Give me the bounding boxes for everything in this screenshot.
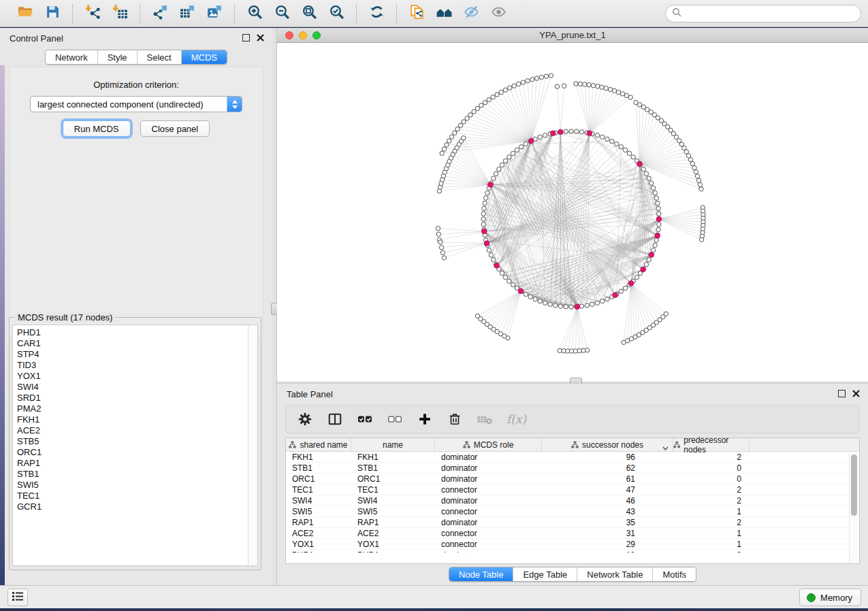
tab-network[interactable]: Network bbox=[46, 50, 97, 64]
column-header-successor-nodes[interactable]: successor nodes bbox=[542, 438, 673, 451]
table-cell: YOX1 bbox=[351, 539, 435, 549]
float-panel-icon[interactable] bbox=[838, 390, 846, 397]
mcds-result-item[interactable]: YOX1 bbox=[17, 371, 248, 382]
network-window-titlebar[interactable]: YPA_prune.txt_1 bbox=[277, 28, 868, 43]
tab-style[interactable]: Style bbox=[97, 50, 137, 64]
table-cell: 29 bbox=[542, 539, 673, 549]
table-cell bbox=[750, 528, 859, 538]
mcds-result-item[interactable]: SWI5 bbox=[17, 480, 248, 491]
export-table-button[interactable] bbox=[176, 2, 199, 25]
column-header-name[interactable]: name bbox=[351, 438, 435, 451]
select-all-button[interactable] bbox=[357, 411, 373, 427]
export-network-button[interactable] bbox=[148, 2, 172, 25]
table-row[interactable]: TEC1TEC1connector472 bbox=[286, 484, 859, 495]
table-row[interactable]: SWI5SWI5connector431 bbox=[286, 506, 859, 517]
column-header-predecessor-nodes[interactable]: predecessor nodes bbox=[673, 438, 750, 451]
table-cell: 2 bbox=[673, 517, 750, 527]
save-session-button[interactable] bbox=[41, 2, 64, 25]
mcds-result-item[interactable]: ORC1 bbox=[17, 447, 248, 458]
table-row[interactable]: RAP1RAP1dominator352 bbox=[286, 517, 859, 528]
tab-edge-table[interactable]: Edge Table bbox=[513, 567, 577, 581]
export-image-icon bbox=[206, 3, 223, 23]
mcds-result-item[interactable]: FKH1 bbox=[17, 414, 248, 425]
table-row[interactable]: ACE2ACE2connector311 bbox=[286, 528, 859, 539]
mcds-result-item[interactable]: STB1 bbox=[17, 469, 248, 480]
table-cell: TEC1 bbox=[351, 484, 435, 495]
tab-network-table[interactable]: Network Table bbox=[577, 567, 652, 581]
table-cell: connector bbox=[435, 528, 542, 538]
table-scrollbar[interactable] bbox=[849, 452, 858, 563]
import-network-button[interactable] bbox=[81, 2, 104, 25]
mcds-result-item[interactable]: PMA2 bbox=[17, 403, 248, 414]
task-history-button[interactable] bbox=[7, 589, 28, 606]
mcds-result-item[interactable]: SWI4 bbox=[17, 382, 248, 393]
show-all-button[interactable] bbox=[487, 2, 510, 25]
network-canvas[interactable] bbox=[277, 43, 868, 381]
toolbar-separator bbox=[72, 4, 73, 23]
network-graph bbox=[277, 43, 868, 381]
first-neighbors-button[interactable] bbox=[432, 2, 455, 25]
window-zoom-light[interactable] bbox=[312, 31, 321, 39]
shared-column-icon bbox=[571, 441, 579, 448]
zoom-out-button[interactable] bbox=[270, 2, 293, 25]
tab-motifs[interactable]: Motifs bbox=[652, 567, 696, 581]
hide-selected-button[interactable] bbox=[460, 2, 483, 25]
mcds-result-item[interactable]: SRD1 bbox=[17, 393, 248, 403]
table-row[interactable]: FKH1FKH1dominator962 bbox=[286, 452, 859, 463]
toolbar-separator bbox=[356, 4, 357, 23]
table-row[interactable]: ORC1ORC1dominator610 bbox=[286, 474, 859, 484]
table-row[interactable]: YOX1YOX1connector291 bbox=[286, 539, 859, 550]
table-row[interactable]: STB1STB1dominator620 bbox=[286, 463, 859, 474]
search-input[interactable] bbox=[681, 8, 854, 18]
mcds-result-item[interactable]: GCR1 bbox=[17, 501, 248, 512]
float-panel-icon[interactable] bbox=[242, 34, 250, 42]
zoom-in-button[interactable] bbox=[243, 2, 266, 25]
mcds-result-item[interactable]: RAP1 bbox=[17, 458, 248, 469]
import-table-button[interactable] bbox=[108, 2, 131, 25]
export-image-button[interactable] bbox=[203, 2, 226, 25]
table-cell: 0 bbox=[673, 550, 750, 552]
zoom-selected-button[interactable] bbox=[325, 2, 348, 25]
mcds-result-item[interactable]: STP4 bbox=[17, 349, 248, 360]
create-column-button[interactable] bbox=[417, 411, 433, 427]
select-stepper-icon bbox=[227, 97, 242, 112]
window-minimize-light[interactable] bbox=[299, 31, 307, 39]
vertical-splitter[interactable] bbox=[272, 28, 277, 585]
close-panel-icon[interactable] bbox=[852, 390, 860, 397]
tab-select[interactable]: Select bbox=[137, 50, 181, 64]
column-header-mcds-role[interactable]: MCDS role bbox=[435, 438, 542, 451]
memory-status-icon bbox=[807, 593, 816, 602]
table-row[interactable]: PHD1PHD1dominator180 bbox=[286, 550, 859, 552]
criterion-select[interactable]: largest connected component (undirected) bbox=[30, 96, 242, 112]
column-header-shared-name[interactable]: shared name bbox=[286, 438, 351, 451]
mcds-result-item[interactable]: CAR1 bbox=[17, 338, 248, 349]
tab-mcds[interactable]: MCDS bbox=[181, 50, 227, 64]
apply-layout-button[interactable] bbox=[365, 2, 388, 25]
table-cell: 1 bbox=[673, 539, 750, 549]
mcds-result-item[interactable]: TEC1 bbox=[17, 491, 248, 501]
run-mcds-button[interactable]: Run MCDS bbox=[63, 120, 131, 137]
close-panel-icon[interactable] bbox=[257, 34, 264, 42]
memory-button[interactable]: Memory bbox=[799, 589, 861, 606]
mcds-list-scrollbar[interactable] bbox=[248, 325, 257, 565]
table-cell bbox=[750, 474, 859, 484]
open-session-button[interactable] bbox=[14, 2, 37, 25]
tab-node-table[interactable]: Node Table bbox=[449, 567, 513, 581]
new-network-from-selection-button[interactable] bbox=[405, 2, 428, 25]
mcds-result-item[interactable]: TID3 bbox=[17, 360, 248, 371]
table-cell: connector bbox=[435, 506, 542, 516]
delete-column-button[interactable] bbox=[447, 411, 463, 427]
mcds-result-item[interactable]: PHD1 bbox=[17, 327, 248, 338]
export-network-icon bbox=[152, 3, 169, 23]
close-panel-button[interactable]: Close panel bbox=[140, 120, 210, 137]
mcds-result-item[interactable]: ACE2 bbox=[17, 425, 248, 436]
table-settings-button[interactable] bbox=[297, 411, 313, 427]
show-column-panel-button[interactable] bbox=[327, 411, 343, 427]
search-box[interactable] bbox=[665, 5, 861, 22]
deselect-all-button[interactable] bbox=[387, 411, 403, 427]
table-row[interactable]: SWI4SWI4dominator462 bbox=[286, 495, 859, 506]
window-close-light[interactable] bbox=[285, 31, 293, 39]
zoom-fit-button[interactable] bbox=[298, 2, 321, 25]
scrollbar-thumb[interactable] bbox=[851, 455, 857, 516]
mcds-result-item[interactable]: STB5 bbox=[17, 436, 248, 447]
